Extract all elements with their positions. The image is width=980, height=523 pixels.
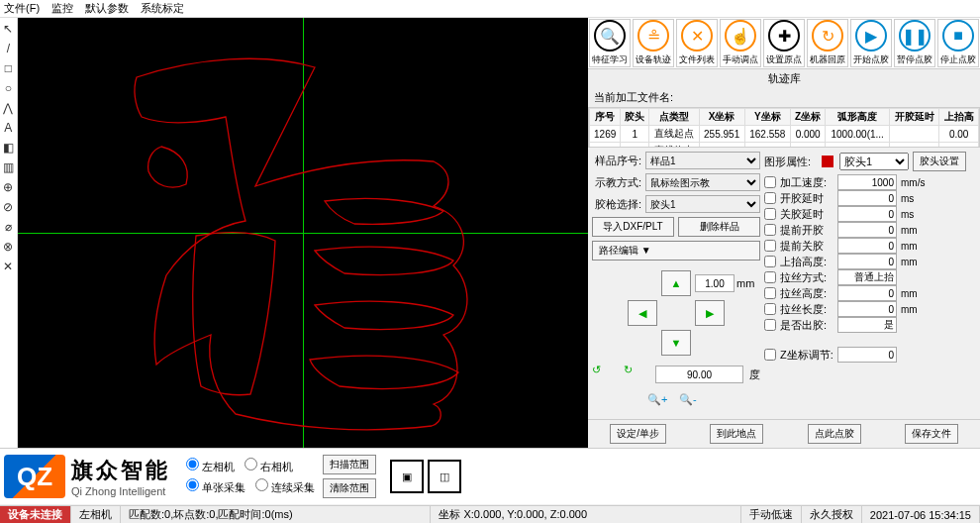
- logo: QZ 旗众智能 Qi Zhong Intelligent: [4, 455, 170, 498]
- tool-6[interactable]: ◧: [1, 141, 15, 155]
- speed-status[interactable]: 手动低速: [741, 506, 802, 523]
- param-input[interactable]: [837, 317, 897, 333]
- param-check[interactable]: [764, 319, 776, 331]
- teach-mode-select[interactable]: 鼠标绘图示教: [645, 173, 760, 191]
- toolbar-设置原点[interactable]: ✚设置原点: [763, 19, 805, 67]
- param-input[interactable]: [837, 174, 897, 190]
- col-header[interactable]: 上抬高: [939, 109, 979, 126]
- sample-seq-select[interactable]: 样品1: [645, 152, 760, 169]
- tool-8[interactable]: ⊕: [1, 180, 15, 194]
- param-label: 拉丝高度:: [780, 286, 833, 301]
- menu-defaults[interactable]: 默认参数: [85, 1, 129, 16]
- import-dxf-button[interactable]: 导入DXF/PLT: [592, 217, 674, 237]
- param-label: 加工速度:: [780, 175, 833, 190]
- rotate-cw[interactable]: ↻: [624, 364, 649, 385]
- param-check[interactable]: [764, 192, 776, 204]
- tool-10[interactable]: ⌀: [1, 220, 15, 234]
- col-header[interactable]: X坐标: [699, 109, 744, 126]
- param-check[interactable]: [764, 303, 776, 315]
- col-header[interactable]: Z坐标: [790, 109, 825, 126]
- path-edit-dropdown[interactable]: 路径编辑 ▼: [592, 241, 760, 261]
- tool-3[interactable]: ○: [1, 81, 15, 95]
- tool-11[interactable]: ⊗: [1, 240, 15, 254]
- param-unit: ms: [901, 193, 927, 204]
- jog-unit: mm: [736, 277, 754, 289]
- menu-system[interactable]: 系统标定: [141, 1, 184, 16]
- toolbar-手动调点[interactable]: ☝手动调点: [720, 19, 761, 67]
- save-file-button[interactable]: 保存文件: [905, 424, 958, 444]
- glue-select[interactable]: 胶头1: [645, 195, 760, 213]
- action-buttons: 设定/单步 到此地点 点此点胶 保存文件: [588, 419, 980, 448]
- clear-range-button[interactable]: 清除范围: [323, 478, 376, 498]
- param-input[interactable]: [837, 269, 897, 285]
- col-header[interactable]: 弧形高度: [826, 109, 890, 126]
- param-check[interactable]: [764, 224, 776, 236]
- param-check[interactable]: [764, 256, 776, 267]
- tool-5[interactable]: A: [1, 121, 15, 135]
- param-check[interactable]: [764, 176, 776, 188]
- datetime-status: 2021-07-06 15:34:15: [862, 506, 980, 523]
- jog-up[interactable]: ▲: [661, 270, 691, 296]
- frame-icon[interactable]: ◫: [428, 460, 461, 493]
- track-table[interactable]: 序号胶头点类型X坐标Y坐标Z坐标弧形高度开胶延时上抬高12691直线起点255.…: [588, 107, 980, 148]
- param-check[interactable]: [764, 240, 776, 252]
- param-check[interactable]: [764, 287, 776, 299]
- head-settings-button[interactable]: 胶头设置: [913, 152, 966, 171]
- continuous-capture-radio[interactable]: 连续采集: [255, 478, 315, 495]
- toolbar-暂停点胶[interactable]: ❚❚暂停点胶: [894, 19, 935, 67]
- jog-right[interactable]: ▶: [695, 300, 725, 326]
- zoom-out[interactable]: 🔍-: [679, 393, 705, 415]
- tool-7[interactable]: ▥: [1, 160, 15, 174]
- delete-sample-button[interactable]: 删除样品: [678, 217, 760, 237]
- left-cam-radio[interactable]: 左相机: [186, 458, 235, 474]
- tool-9[interactable]: ⊘: [1, 200, 15, 214]
- set-step-button[interactable]: 设定/单步: [610, 424, 666, 444]
- toolbar-停止点胶[interactable]: ■停止点胶: [937, 19, 979, 67]
- toolbar-设备轨迹[interactable]: ≗设备轨迹: [633, 19, 674, 67]
- rotate-deg-input[interactable]: [655, 366, 743, 383]
- toolbar-文件列表[interactable]: ✕文件列表: [676, 19, 718, 67]
- menu-monitor[interactable]: 监控: [51, 1, 73, 16]
- col-header[interactable]: 点类型: [649, 109, 699, 126]
- param-input[interactable]: [837, 254, 897, 269]
- zoom-in[interactable]: 🔍+: [647, 393, 673, 415]
- tool-1[interactable]: /: [1, 42, 15, 55]
- col-header[interactable]: 胶头: [621, 109, 649, 126]
- col-header[interactable]: 序号: [590, 109, 621, 126]
- param-unit: mm: [901, 225, 927, 236]
- glue-head-select[interactable]: 胶头1: [839, 153, 909, 170]
- toolbar-机器回原[interactable]: ↻机器回原: [807, 19, 848, 67]
- param-input[interactable]: [837, 190, 897, 206]
- glyph-outline: [18, 18, 598, 448]
- param-input[interactable]: [837, 285, 897, 301]
- table-row[interactable]: 12691直线起点255.951162.5580.0001000.00(1...…: [590, 126, 979, 143]
- param-input[interactable]: [837, 238, 897, 254]
- tool-12[interactable]: ✕: [1, 260, 15, 273]
- dispense-point-button[interactable]: 点此点胶: [808, 424, 861, 444]
- goto-point-button[interactable]: 到此地点: [710, 424, 763, 444]
- toolbar-开始点胶[interactable]: ▶开始点胶: [850, 19, 892, 67]
- logo-text: 旗众智能: [71, 456, 170, 485]
- col-header[interactable]: Y坐标: [744, 109, 790, 126]
- jog-down[interactable]: ▼: [661, 330, 691, 356]
- param-input[interactable]: [837, 206, 897, 222]
- param-input[interactable]: [837, 301, 897, 317]
- single-capture-radio[interactable]: 单张采集: [186, 478, 245, 495]
- z-adj-check[interactable]: [764, 349, 776, 361]
- left-toolbar: ↖/□○⋀A◧▥⊕⊘⌀⊗✕: [0, 18, 18, 448]
- design-canvas[interactable]: [18, 18, 588, 448]
- col-header[interactable]: 开胶延时: [890, 109, 939, 126]
- param-check[interactable]: [764, 208, 776, 220]
- param-input[interactable]: [837, 222, 897, 238]
- z-adj-input[interactable]: [837, 347, 897, 363]
- fit-view-icon[interactable]: ▣: [390, 460, 424, 493]
- tool-4[interactable]: ⋀: [1, 101, 15, 115]
- param-check[interactable]: [764, 271, 776, 283]
- menu-file[interactable]: 文件(F): [4, 1, 40, 16]
- scan-range-button[interactable]: 扫描范围: [323, 455, 376, 474]
- right-cam-radio[interactable]: 右相机: [245, 458, 293, 474]
- jog-step-input[interactable]: [695, 274, 735, 292]
- tool-2[interactable]: □: [1, 61, 15, 75]
- tool-0[interactable]: ↖: [1, 22, 15, 36]
- jog-left[interactable]: ◀: [628, 300, 657, 326]
